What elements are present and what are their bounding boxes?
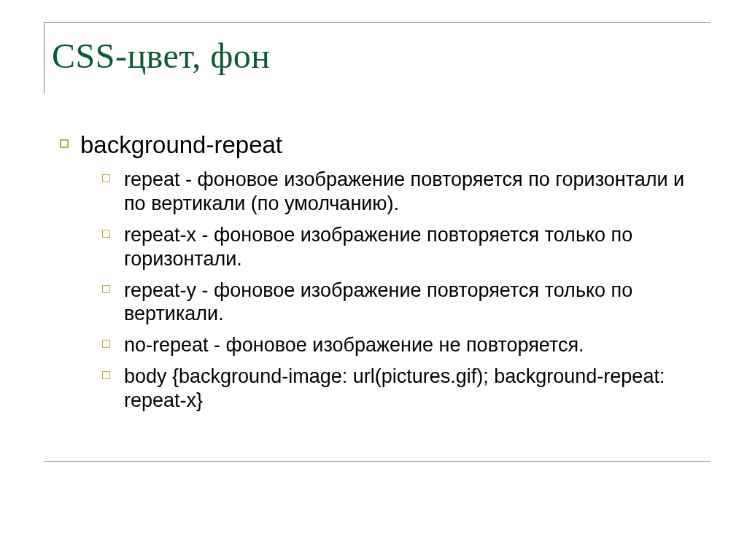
list-item: body {background-image: url(pictures.gif… xyxy=(102,365,711,413)
list-item: repeat - фоновое изображение повторяется… xyxy=(102,168,711,216)
item-text: no-repeat - фоновое изображение не повто… xyxy=(124,334,584,356)
square-bullet-icon xyxy=(102,371,110,379)
content-area: background-repeat repeat - фоновое изобр… xyxy=(44,131,711,462)
square-bullet-icon xyxy=(102,340,110,348)
item-text: repeat-x - фоновое изображение повторяет… xyxy=(124,224,632,270)
item-text: repeat-y - фоновое изображение повторяет… xyxy=(124,279,632,325)
list-item: repeat-x - фоновое изображение повторяет… xyxy=(102,223,711,271)
square-bullet-icon xyxy=(102,174,110,182)
list-item: repeat-y - фоновое изображение повторяет… xyxy=(102,279,711,327)
level2-list: repeat - фоновое изображение повторяется… xyxy=(102,168,711,413)
topic-item: background-repeat repeat - фоновое изобр… xyxy=(60,131,711,413)
list-item: no-repeat - фоновое изображение не повто… xyxy=(102,333,711,357)
topic-label: background-repeat xyxy=(80,131,282,158)
square-bullet-icon xyxy=(102,230,110,238)
item-text: body {background-image: url(pictures.gif… xyxy=(124,365,665,411)
square-bullet-icon xyxy=(102,285,110,293)
item-text: repeat - фоновое изображение повторяется… xyxy=(124,168,684,214)
slide-title: CSS-цвет, фон xyxy=(52,37,711,76)
slide: CSS-цвет, фон background-repeat repeat -… xyxy=(0,0,747,560)
square-bullet-icon xyxy=(60,139,69,148)
title-area: CSS-цвет, фон xyxy=(44,22,711,93)
level1-list: background-repeat repeat - фоновое изобр… xyxy=(60,131,711,413)
